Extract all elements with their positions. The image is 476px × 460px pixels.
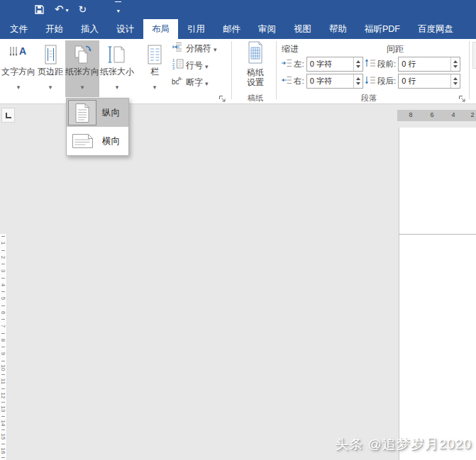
breaks-button[interactable]: 分隔符 — [172, 41, 217, 55]
ruler-number: 5 — [0, 297, 6, 300]
ruler-tick — [1, 347, 5, 347]
tab-stop-selector[interactable] — [1, 108, 15, 123]
spinner-down-icon[interactable] — [453, 82, 458, 85]
tab-layout[interactable]: 布局 — [143, 19, 178, 39]
spacing-before-field-row: 段前: 0 行 — [365, 57, 460, 72]
ruler-tick — [1, 444, 5, 444]
spacing-after-icon — [365, 75, 376, 88]
spinner-up-icon[interactable] — [453, 60, 458, 63]
save-icon-glyph — [34, 4, 45, 15]
next-group-button-sliver — [472, 42, 476, 69]
spacing-after-stepper[interactable] — [450, 74, 460, 88]
redo-icon — [79, 3, 87, 16]
page-setup-dialog-launcher[interactable] — [218, 93, 227, 101]
tab-view[interactable]: 视图 — [285, 19, 320, 39]
tab-foxit-pdf[interactable]: 福昕PDF — [356, 19, 409, 39]
manuscript-grid-icon — [243, 40, 267, 67]
tab-baidu-netdisk[interactable]: 百度网盘 — [409, 19, 462, 39]
button-label: 页边距 — [38, 67, 63, 77]
indent-left-label: 左: — [294, 59, 304, 69]
columns-icon — [143, 43, 167, 67]
text-direction-icon: A — [6, 43, 31, 67]
landscape-page-icon — [68, 128, 96, 154]
breaks-icon — [172, 41, 184, 55]
ruler-tick — [1, 333, 5, 334]
indent-left-input[interactable]: 0 字符 — [306, 57, 363, 72]
spinner-down-icon[interactable] — [453, 65, 458, 68]
spacing-before-input[interactable]: 0 行 — [398, 57, 460, 72]
chevron-down-icon — [49, 79, 52, 92]
spinner-up-icon[interactable] — [453, 77, 458, 80]
group-label-paragraph: 段落 — [277, 93, 461, 103]
ruler-tick — [1, 430, 5, 430]
spacing-before-stepper[interactable] — [450, 57, 460, 71]
spacing-after-input[interactable]: 0 行 — [398, 74, 460, 89]
tab-home[interactable]: 开始 — [37, 19, 72, 39]
menu-item-portrait[interactable]: 纵向 — [67, 99, 128, 127]
spinner-down-icon[interactable] — [356, 65, 360, 68]
ribbon-tab-bar: 文件 开始 插入 设计 布局 引用 邮件 审阅 视图 帮助 福昕PDF 百度网盘 — [0, 19, 476, 39]
tab-references[interactable]: 引用 — [179, 19, 214, 39]
document-page-2[interactable] — [399, 235, 476, 460]
undo-dropdown-caret-icon[interactable] — [66, 2, 69, 17]
orientation-button[interactable]: 纸张方向 — [65, 40, 99, 97]
indent-left-stepper[interactable] — [353, 57, 362, 71]
tab-review[interactable]: 审阅 — [250, 19, 284, 39]
undo-icon — [55, 3, 64, 16]
button-label-line2: 设置 — [247, 77, 264, 87]
ruler-number: 9 — [0, 352, 6, 355]
svg-text:3: 3 — [172, 66, 175, 69]
document-workspace: 8 6 4 2 12345678910111213141516 头条 @追梦岁月… — [0, 104, 476, 460]
columns-button[interactable]: 栏 — [140, 40, 169, 97]
ruler-number: 6 — [428, 111, 436, 118]
spinner-up-icon[interactable] — [356, 77, 360, 80]
spacing-after-field-row: 段后: 0 行 — [365, 74, 460, 89]
chevron-down-icon — [153, 79, 157, 92]
redo-button[interactable] — [79, 3, 87, 16]
ruler-tick — [1, 374, 5, 375]
customize-quick-access-toolbar-icon[interactable] — [115, 1, 121, 18]
indent-right-field-row: 右: 0 字符 — [281, 74, 363, 89]
indent-right-input[interactable]: 0 字符 — [306, 74, 363, 89]
spinner-up-icon[interactable] — [356, 60, 360, 63]
svg-text:A: A — [19, 45, 26, 57]
text-direction-button[interactable]: A 文字方向 — [1, 40, 35, 97]
tab-insert[interactable]: 插入 — [72, 19, 107, 39]
tab-mailings[interactable]: 邮件 — [214, 19, 249, 39]
customize-caret-glyph — [117, 3, 120, 18]
paragraph-dialog-launcher[interactable] — [458, 93, 467, 101]
ruler-tick — [1, 278, 5, 279]
spacing-after-label: 段后: — [377, 76, 396, 86]
portrait-page-icon — [68, 100, 96, 125]
vertical-ruler[interactable]: 12345678910111213141516 — [0, 234, 7, 460]
tab-design[interactable]: 设计 — [108, 19, 143, 39]
hyphenation-button[interactable]: bc a- 断字 — [172, 75, 217, 89]
indent-right-stepper[interactable] — [353, 74, 362, 88]
customize-bar-glyph — [115, 1, 121, 2]
spacing-after-value: 0 行 — [399, 76, 450, 86]
margins-button[interactable]: 页边距 — [35, 40, 65, 97]
orientation-icon — [70, 43, 94, 67]
undo-button[interactable] — [55, 2, 69, 17]
horizontal-ruler[interactable]: 8 6 4 2 — [397, 110, 476, 121]
line-numbers-button[interactable]: 123 行号 — [172, 58, 217, 72]
orientation-dropdown-menu: 纵向 横向 — [66, 98, 129, 156]
manuscript-setup-button[interactable]: 稿纸 设置 — [237, 40, 274, 91]
tab-help[interactable]: 帮助 — [321, 19, 355, 39]
document-page-1[interactable] — [399, 128, 476, 234]
ruler-number: 2 — [0, 256, 6, 259]
save-icon[interactable] — [34, 4, 45, 15]
spinner-down-icon[interactable] — [356, 82, 360, 85]
button-label: 行号 — [186, 60, 203, 72]
chevron-down-icon — [81, 79, 84, 92]
chevron-down-icon — [116, 79, 119, 92]
ruler-number: 15 — [1, 434, 6, 440]
ruler-tick — [1, 264, 5, 264]
dialog-launcher-icon — [218, 95, 226, 103]
word-window: 文件 开始 插入 设计 布局 引用 邮件 审阅 视图 帮助 福昕PDF 百度网盘… — [0, 0, 476, 460]
ruler-tick — [1, 457, 5, 458]
tab-file[interactable]: 文件 — [1, 19, 36, 39]
menu-item-landscape[interactable]: 横向 — [67, 127, 128, 155]
button-label: 栏 — [150, 67, 159, 77]
paper-size-button[interactable]: 纸张大小 — [99, 40, 135, 97]
